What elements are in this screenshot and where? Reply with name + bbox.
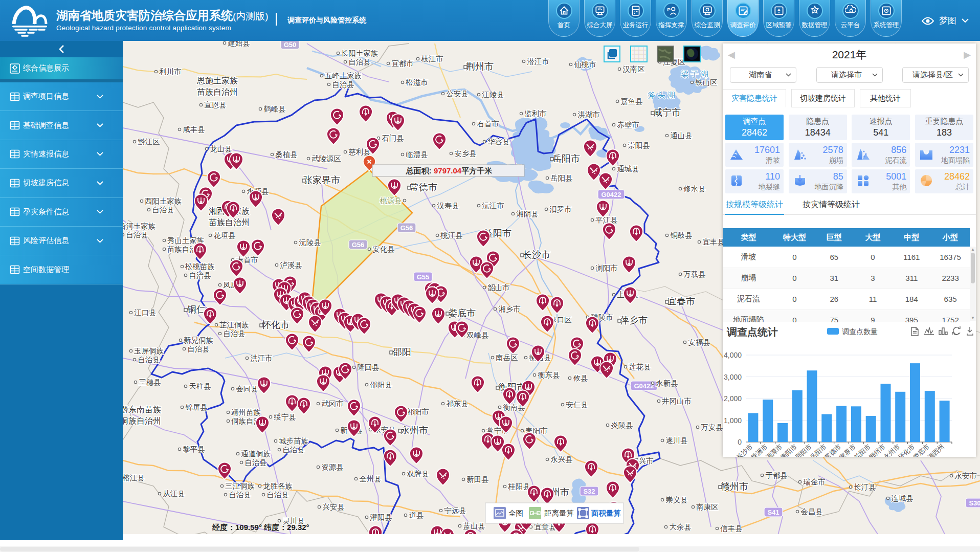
svg-text:自治县: 自治县 xyxy=(348,58,371,66)
svg-text:全图: 全图 xyxy=(508,509,523,517)
svg-text:资源县: 资源县 xyxy=(321,463,344,471)
svg-text:湘西州: 湘西州 xyxy=(926,443,945,457)
svg-text:G0422: G0422 xyxy=(601,191,621,198)
svg-text:自治县: 自治县 xyxy=(126,231,148,239)
svg-text:三穗县: 三穗县 xyxy=(139,378,161,386)
svg-text:荆州市: 荆州市 xyxy=(466,61,494,72)
svg-text:自治县: 自治县 xyxy=(223,329,246,338)
svg-text:永兴县: 永兴县 xyxy=(550,455,573,463)
svg-text:鹤峰县: 鹤峰县 xyxy=(263,105,286,113)
svg-text:松滋市: 松滋市 xyxy=(405,78,428,86)
svg-text:瑞金市: 瑞金市 xyxy=(803,478,826,486)
svg-text:怀化市: 怀化市 xyxy=(261,320,289,330)
svg-text:通道侗族: 通道侗族 xyxy=(241,450,271,458)
svg-text:苗族自治州: 苗族自治州 xyxy=(209,218,250,227)
svg-text:S41: S41 xyxy=(767,509,779,516)
svg-text:安化县: 安化县 xyxy=(372,245,395,253)
svg-text:泸溪县: 泸溪县 xyxy=(280,261,302,269)
svg-text:石门县: 石门县 xyxy=(382,134,404,142)
svg-text:娄底市: 娄底市 xyxy=(448,308,476,318)
svg-text:自治县: 自治县 xyxy=(187,345,210,353)
svg-text:井冈山市: 井冈山市 xyxy=(662,397,692,405)
svg-text:崇阳县: 崇阳县 xyxy=(628,141,650,149)
svg-text:自治县: 自治县 xyxy=(229,491,251,499)
svg-text:调查点数量: 调查点数量 xyxy=(842,327,878,336)
svg-text:全州县: 全州县 xyxy=(359,475,382,483)
svg-text:武陵源区: 武陵源区 xyxy=(311,154,341,163)
svg-text:锦屏县: 锦屏县 xyxy=(185,403,208,411)
svg-text:桑植县: 桑植县 xyxy=(275,150,298,159)
svg-text:铁山区: 铁山区 xyxy=(695,78,718,86)
svg-text:石首市: 石首市 xyxy=(477,120,499,128)
svg-text:崇义县: 崇义县 xyxy=(665,496,688,504)
svg-text:南岳区: 南岳区 xyxy=(496,354,518,362)
svg-text:公安县: 公安县 xyxy=(446,90,469,98)
svg-text:玉屏侗族: 玉屏侗族 xyxy=(134,347,164,355)
svg-text:铜仁: 铜仁 xyxy=(187,304,206,315)
svg-text:大余县: 大余县 xyxy=(669,523,692,531)
svg-text:靖州苗族: 靖州苗族 xyxy=(231,408,261,416)
svg-text:梁 子 湖: 梁 子 湖 xyxy=(681,70,708,78)
svg-text:3,000: 3,000 xyxy=(724,373,742,381)
svg-text:永新县: 永新县 xyxy=(656,379,678,387)
svg-text:松桃苗族: 松桃苗族 xyxy=(185,262,215,271)
svg-text:1,000: 1,000 xyxy=(724,416,742,425)
svg-text:兴安县: 兴安县 xyxy=(322,503,345,511)
svg-text:灌阳县: 灌阳县 xyxy=(370,513,392,521)
svg-text:长汀县: 长汀县 xyxy=(854,483,876,491)
svg-text:调查点统计: 调查点统计 xyxy=(726,326,778,338)
svg-text:岳阳县: 岳阳县 xyxy=(550,174,573,182)
svg-text:桂阳县: 桂阳县 xyxy=(507,482,530,491)
svg-text:长阳土家族: 长阳土家族 xyxy=(341,49,378,57)
svg-text:会昌县: 会昌县 xyxy=(800,507,823,516)
svg-text:S32: S32 xyxy=(583,488,595,495)
svg-text:总面积: 9797.04平方千米: 总面积: 9797.04平方千米 xyxy=(406,166,493,175)
svg-text:安福县: 安福县 xyxy=(688,338,710,346)
svg-text:黔东南苗族: 黔东南苗族 xyxy=(123,405,161,414)
svg-text:于都县: 于都县 xyxy=(765,471,788,479)
svg-text:咸宁市: 咸宁市 xyxy=(653,107,681,118)
svg-text:自治县: 自治县 xyxy=(189,271,211,279)
svg-text:侗族自治州: 侗族自治州 xyxy=(123,416,161,425)
svg-text:龙山县: 龙山县 xyxy=(210,145,232,153)
svg-text:安乡县: 安乡县 xyxy=(454,149,477,158)
svg-text:洪江市: 洪江市 xyxy=(250,354,273,362)
svg-text:潜江市: 潜江市 xyxy=(527,57,549,65)
svg-text:汉南区: 汉南区 xyxy=(622,65,645,73)
svg-text:张家界市: 张家界市 xyxy=(303,175,340,185)
svg-text:洪湖市: 洪湖市 xyxy=(577,111,600,119)
svg-text:面积量算: 面积量算 xyxy=(591,509,621,517)
svg-text:邵阳: 邵阳 xyxy=(392,347,411,357)
svg-text:西阳土家族: 西阳土家族 xyxy=(145,197,182,205)
svg-text:咸丰县: 咸丰县 xyxy=(183,125,205,134)
svg-text:湘阴县: 湘阴县 xyxy=(516,210,539,218)
svg-text:道县: 道县 xyxy=(409,511,424,519)
svg-text:岳阳市: 岳阳市 xyxy=(552,153,580,164)
svg-text:嘉鱼县: 嘉鱼县 xyxy=(620,97,643,105)
svg-text:万载县: 万载县 xyxy=(683,270,706,278)
svg-text:永州市: 永州市 xyxy=(400,425,428,435)
svg-text:双牌县: 双牌县 xyxy=(407,470,429,478)
svg-text:仙桃市: 仙桃市 xyxy=(573,60,596,69)
svg-text:G56: G56 xyxy=(400,224,413,232)
svg-text:宜春市: 宜春市 xyxy=(667,296,695,306)
svg-text:五峰土家族: 五峰土家族 xyxy=(325,72,362,80)
svg-text:利川市: 利川市 xyxy=(159,68,182,76)
svg-text:江陵县: 江陵县 xyxy=(482,91,504,99)
svg-text:隆回县: 隆回县 xyxy=(357,363,380,371)
svg-text:浏阳市: 浏阳市 xyxy=(595,264,618,272)
svg-text:枝江市: 枝江市 xyxy=(420,55,443,63)
svg-text:G55: G55 xyxy=(417,273,430,281)
svg-text:自治县: 自治县 xyxy=(152,206,174,214)
svg-text:G50: G50 xyxy=(284,41,297,49)
svg-text:自治县: 自治县 xyxy=(138,356,160,364)
svg-text:自治县: 自治县 xyxy=(266,491,289,499)
svg-text:湘乡市: 湘乡市 xyxy=(498,305,521,313)
svg-text:自治县: 自治县 xyxy=(332,80,354,89)
svg-text:4,000: 4,000 xyxy=(724,351,742,359)
svg-text:G0422: G0422 xyxy=(634,382,654,390)
svg-text:宣恩县: 宣恩县 xyxy=(204,101,227,109)
svg-text:沅江市: 沅江市 xyxy=(482,202,504,210)
svg-text:宜丰县: 宜丰县 xyxy=(702,238,725,246)
svg-text:黔江区: 黔江区 xyxy=(137,138,160,146)
